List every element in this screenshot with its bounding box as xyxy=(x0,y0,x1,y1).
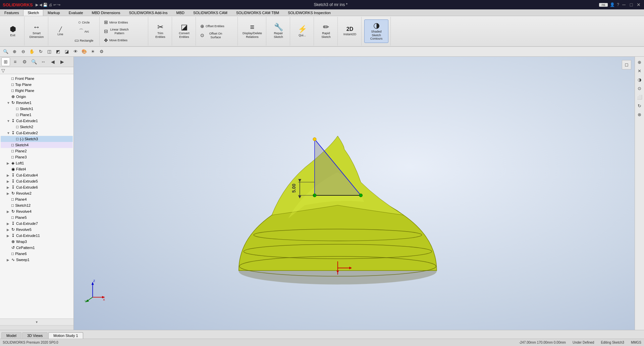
restore-button[interactable]: □ xyxy=(629,2,634,7)
right-panel-btn-5[interactable]: ⬜ xyxy=(636,93,644,101)
search-box[interactable]: ns xyxy=(599,3,608,7)
tree-item-cut-extrude5[interactable]: ▶ ↧ Cut-Extrude5 xyxy=(1,178,73,184)
tab-mbd[interactable]: MBD xyxy=(172,9,189,16)
tree-item-plane1[interactable]: □ Plane1 xyxy=(1,112,73,118)
tab-solidworks-cam[interactable]: SOLIDWORKS CAM xyxy=(189,9,232,16)
zoom-in-icon[interactable]: ⊕ xyxy=(11,48,18,55)
tree-item-cut-extrude11[interactable]: ▶ ↧ Cut-Extrude11 xyxy=(1,233,73,239)
tree-item-revolve2[interactable]: ▶ ↻ Revolve2 xyxy=(1,190,73,196)
tab-sketch[interactable]: Sketch xyxy=(23,9,43,16)
properties-tab[interactable]: ≡ xyxy=(11,57,19,66)
view-settings-icon[interactable]: ⚙ xyxy=(98,48,105,55)
tab-evaluate[interactable]: Evaluate xyxy=(64,9,88,16)
tree-item-plane6[interactable]: □ Plane6 xyxy=(1,251,73,257)
tree-item-plane2[interactable]: □ Plane2 xyxy=(1,148,73,154)
close-button[interactable]: ✕ xyxy=(636,2,641,7)
rapid-sketch-button[interactable]: ✏ RapidSketch xyxy=(317,19,335,43)
tree-item-cut-extrude2[interactable]: ▼ ↧ Cut-Extrude2 xyxy=(1,130,73,136)
view-orient-icon[interactable]: ◫ xyxy=(46,48,53,55)
minimize-button[interactable]: ─ xyxy=(621,2,627,7)
feature-tab[interactable]: ⊞ xyxy=(1,57,10,66)
tree-item-sketch2[interactable]: □ Sketch2 xyxy=(1,124,73,130)
tree-item-cut-extrude7[interactable]: ▶ ↧ Cut-Extrude7 xyxy=(1,220,73,227)
tree-item-loft1[interactable]: ▶ ◈ Loft1 xyxy=(1,160,73,166)
right-panel-btn-2[interactable]: ✕ xyxy=(636,67,644,75)
nav-next[interactable]: ▶ xyxy=(58,57,66,66)
rectangle-button[interactable]: ▭ Rectangle xyxy=(70,36,97,44)
tab-solidworks-cam-tbm[interactable]: SOLIDWORKS CAM TBM xyxy=(232,9,283,16)
tree-item-sketch3[interactable]: □ (-) Sketch3 xyxy=(1,136,73,142)
tree-item-cirpattern1[interactable]: ↺ CirPattern1 xyxy=(1,245,73,251)
offset-entities-button[interactable]: ⊕ Offset Entities xyxy=(199,22,235,30)
tree-item-right-plane[interactable]: □ Right Plane xyxy=(1,88,73,94)
tree-item-cut-extrude4[interactable]: ▶ ↧ Cut-Extrude4 xyxy=(1,172,73,178)
trim-entities-button[interactable]: ✂ TrimEntities xyxy=(151,19,170,43)
instant2d-button[interactable]: 2D Instant2D xyxy=(340,19,359,43)
tab-model[interactable]: Model xyxy=(1,332,21,339)
right-panel-btn-3[interactable]: ◑ xyxy=(636,76,644,84)
nav-prev[interactable]: ◀ xyxy=(48,57,57,66)
circle-button[interactable]: ○ Circle xyxy=(70,18,97,26)
search-tab[interactable]: 🔍 xyxy=(30,57,38,66)
edit-appearance-icon[interactable]: 🎨 xyxy=(80,48,88,55)
right-panel-btn-7[interactable]: ⊗ xyxy=(636,110,644,118)
right-panel-btn-1[interactable]: ⊕ xyxy=(636,58,644,66)
viewport[interactable]: 5.00 Z X xyxy=(74,57,635,330)
tree-item-sketch1[interactable]: □ Sketch1 xyxy=(1,106,73,112)
display-delete-relations-button[interactable]: ≡ Display/DeleteRelations xyxy=(240,19,264,43)
right-panel-btn-4[interactable]: ⊙ xyxy=(636,84,644,92)
quick-snaps-button[interactable]: ⚡ Qui... xyxy=(293,19,312,43)
tree-item-origin[interactable]: ⊕ Origin xyxy=(1,94,73,100)
right-panel-btn-6[interactable]: ↻ xyxy=(636,102,644,110)
tab-3d-views[interactable]: 3D Views xyxy=(22,332,48,339)
tree-item-cut-extrude6[interactable]: ▶ ↧ Cut-Extrude6 xyxy=(1,184,73,190)
zoom-out-icon[interactable]: ⊖ xyxy=(19,48,27,55)
tab-motion-study[interactable]: Motion Study 1 xyxy=(48,332,83,339)
tree-item-plane3[interactable]: □ Plane3 xyxy=(1,154,73,160)
mirror-entities-button[interactable]: ⊞ Mirror Entities xyxy=(102,18,146,26)
pan-icon[interactable]: ✋ xyxy=(28,48,36,55)
tab-solidworks-addins[interactable]: SOLIDWORKS Add-Ins xyxy=(125,9,172,16)
filter-icon[interactable]: ▽ xyxy=(1,68,5,73)
config-tab[interactable]: ⚙ xyxy=(20,57,29,66)
tree-item-plane4[interactable]: □ Plane4 xyxy=(1,196,73,202)
user-icon[interactable]: 👤 xyxy=(610,2,615,7)
tree-item-cut-extrude1[interactable]: ▼ ↧ Cut-Extrude1 xyxy=(1,118,73,124)
view-3d-button[interactable]: □ xyxy=(622,60,631,69)
tab-solidworks-inspection[interactable]: SOLIDWORKS Inspection xyxy=(283,9,335,16)
view-selector-icon[interactable]: 🔍 xyxy=(2,48,9,55)
tree-item-wrap3[interactable]: ⊗ Wrap3 xyxy=(1,239,73,245)
tree-item-sketch12[interactable]: □ Sketch12 xyxy=(1,202,73,208)
tree-item-sketch4[interactable]: □ Sketch4 xyxy=(1,142,73,148)
relations-tab[interactable]: ↔ xyxy=(39,57,48,66)
tab-features[interactable]: Features xyxy=(0,9,23,16)
move-entities-button[interactable]: ✥ Move Entities xyxy=(102,37,146,44)
tree-item-front-plane[interactable]: □ Front Plane xyxy=(1,76,73,82)
tree-item-sweep1[interactable]: ▶ ∿ Sweep1 xyxy=(1,257,73,263)
convert-entities-button[interactable]: ◪ ConvertEntities xyxy=(175,19,194,43)
smart-dimension-button[interactable]: ↔ SmartDimension xyxy=(27,19,46,43)
tree-item-revolve1[interactable]: ▼ ↻ Revolve1 xyxy=(1,100,73,106)
exit-button[interactable]: ⬢ Exit xyxy=(3,19,22,43)
tree-item-top-plane[interactable]: □ Top Plane xyxy=(1,82,73,88)
hide-show-icon[interactable]: 👁 xyxy=(72,48,79,55)
linear-sketch-pattern-button[interactable]: ⊟ Linear Sketch Pattern xyxy=(102,26,146,36)
help-icon[interactable]: ? xyxy=(617,2,619,7)
rotate-icon[interactable]: ↻ xyxy=(37,48,44,55)
panel-horizontal-scroll[interactable] xyxy=(0,325,73,330)
repair-sketch-button[interactable]: 🔧 RepairSketch xyxy=(269,19,288,43)
tree-item-revolve5[interactable]: ▶ ↻ Revolve5 xyxy=(1,227,73,233)
tree-item-fillet4[interactable]: ◉ Fillet4 xyxy=(1,166,73,172)
scene-icon[interactable]: ☀ xyxy=(89,48,97,55)
quick-access[interactable]: ▶ ◀ 💾 🖨 ↩ ↪ xyxy=(36,3,60,7)
shaded-sketch-contours-button[interactable]: ◑ Shaded SketchContours xyxy=(364,19,388,43)
tree-scroll-bar[interactable]: ▼ xyxy=(0,318,73,325)
offset-on-surface-button[interactable]: ⊙ Offset On Surface xyxy=(199,30,235,40)
arc-button[interactable]: ⌒ Arc xyxy=(70,27,97,36)
display-style-icon[interactable]: ◪ xyxy=(63,48,70,55)
line-button[interactable]: ╱ Line xyxy=(51,19,70,43)
section-view-icon[interactable]: ◩ xyxy=(54,48,62,55)
tree-item-revolve4[interactable]: ▶ ↻ Revolve4 xyxy=(1,208,73,214)
tree-item-plane5[interactable]: □ Plane5 xyxy=(1,214,73,220)
tab-mbd-dimensions[interactable]: MBD Dimensions xyxy=(88,9,125,16)
